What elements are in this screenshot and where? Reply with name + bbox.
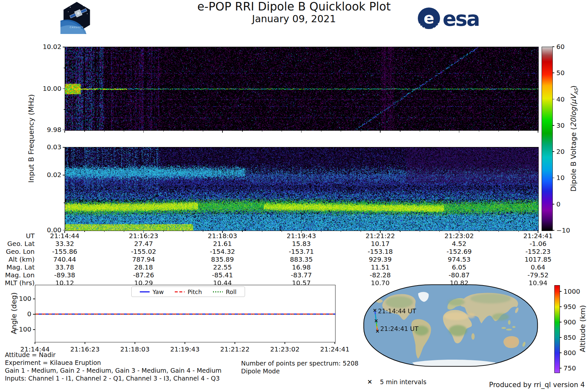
ephemeris-cell: -154.32 bbox=[195, 248, 250, 255]
yaw-label: Yaw bbox=[153, 288, 164, 295]
altitude-colorbar-label: Altitude (km) bbox=[579, 305, 587, 352]
y-tick bbox=[64, 109, 65, 110]
angle-x-tick bbox=[335, 342, 335, 344]
spectrogram-vlf-canvas bbox=[65, 147, 538, 231]
colorbar-tick-label: 30 bbox=[556, 122, 576, 129]
x-minor-tick bbox=[321, 231, 321, 232]
ephemeris-cell: 15.83 bbox=[274, 240, 329, 247]
x-minor-tick bbox=[439, 231, 440, 232]
cassiope-label: CASSIOPE bbox=[70, 26, 84, 29]
x-minor-tick bbox=[321, 131, 321, 132]
x-minor-tick bbox=[400, 231, 400, 232]
angle-legend: Yaw Pitch Roll bbox=[131, 286, 245, 297]
experiment-text: Experiment = Kilauea Eruption bbox=[5, 359, 101, 366]
x-major-tick bbox=[222, 131, 223, 133]
ephemeris-cell: 787.94 bbox=[116, 256, 172, 263]
yaw-line-sample-icon bbox=[140, 291, 150, 292]
ephemeris-cell: 10.29 bbox=[116, 279, 172, 286]
x-minor-tick bbox=[439, 131, 440, 132]
x-minor-tick bbox=[163, 231, 164, 232]
angle-x-tick bbox=[85, 342, 85, 344]
alt-colorbar-tick-label: 1000 bbox=[564, 288, 583, 295]
spectrogram-hf-canvas bbox=[65, 47, 538, 130]
x-minor-tick bbox=[498, 131, 499, 132]
angle-x-tick-label: 21:24:41 bbox=[309, 346, 361, 353]
x-minor-tick bbox=[163, 131, 164, 132]
ephemeris-cell: 33.78 bbox=[37, 264, 92, 271]
y-tick bbox=[63, 89, 65, 89]
x-minor-tick bbox=[104, 231, 105, 232]
ephemeris-cell: 21:19:43 bbox=[274, 232, 329, 239]
voltage-colorbar-label-close: ) bbox=[569, 86, 578, 89]
x-minor-tick bbox=[361, 131, 361, 132]
ephemeris-cell: 1017.85 bbox=[510, 256, 566, 263]
alt-colorbar-tick bbox=[560, 306, 562, 307]
ephemeris-cell: -1.06 bbox=[510, 240, 566, 247]
gains-text: Gain 1 - Medium, Gain 2 - Medium, Gain 3… bbox=[5, 367, 221, 374]
colorbar-tick-label: 40 bbox=[556, 96, 576, 103]
ephemeris-cell: -80.87 bbox=[432, 271, 487, 279]
x-minor-tick bbox=[361, 231, 361, 232]
ephemeris-cell: 10.57 bbox=[274, 279, 329, 286]
spectrogram-hf-panel bbox=[65, 47, 539, 131]
y-tick-label: 0.02 bbox=[35, 171, 61, 178]
colorbar-tick bbox=[552, 178, 554, 178]
ephemeris-cell: -153.71 bbox=[274, 248, 329, 255]
x-major-tick bbox=[538, 131, 538, 133]
x-minor-tick bbox=[203, 231, 203, 232]
ephemeris-cell: 10.12 bbox=[37, 279, 92, 286]
cassiope-mission-logo-icon: CASSIOPE bbox=[60, 1, 93, 34]
angle-x-tick-label: 21:18:03 bbox=[109, 346, 161, 353]
alt-colorbar-tick bbox=[560, 337, 562, 338]
x-minor-tick bbox=[479, 131, 479, 132]
esa-wordmark: esa bbox=[443, 7, 479, 31]
x-major-tick bbox=[143, 231, 144, 233]
y-tick bbox=[63, 230, 65, 231]
x-minor-tick bbox=[242, 131, 242, 132]
ephemeris-cell: 11.51 bbox=[352, 264, 408, 271]
ephemeris-row-label: Mag. Lat bbox=[0, 264, 35, 271]
x-minor-tick bbox=[341, 231, 341, 232]
colorbar-tick bbox=[552, 151, 554, 152]
ephemeris-cell: -82.28 bbox=[352, 271, 408, 279]
ephemeris-cell: 10.44 bbox=[195, 279, 250, 286]
x-minor-tick bbox=[262, 131, 262, 132]
angle-y-tick-label: −100 bbox=[10, 326, 31, 333]
ephemeris-cell: 974.53 bbox=[432, 256, 487, 263]
x-minor-tick bbox=[242, 231, 242, 232]
angle-y-tick bbox=[33, 299, 35, 299]
x-major-tick bbox=[538, 231, 538, 233]
ephemeris-row-label: UT bbox=[0, 232, 35, 239]
colorbar-tick-label: 10 bbox=[556, 174, 576, 181]
y-tick-label: 10.02 bbox=[35, 43, 61, 50]
x-major-tick bbox=[64, 131, 65, 133]
colorbar-tick bbox=[552, 99, 554, 100]
y-tick-label: 0.00 bbox=[35, 226, 61, 234]
legend-item-pitch: Pitch bbox=[175, 288, 202, 295]
angle-x-tick bbox=[35, 342, 35, 344]
x-minor-tick bbox=[203, 131, 203, 132]
ephemeris-cell: -155.86 bbox=[37, 248, 92, 255]
roll-line bbox=[35, 314, 335, 315]
ephemeris-cell: 929.39 bbox=[352, 256, 408, 263]
ephemeris-cell: -153.18 bbox=[352, 248, 408, 255]
dipole-mode-text: Dipole Mode bbox=[241, 368, 280, 375]
voltage-colorbar bbox=[542, 47, 553, 231]
x-major-tick bbox=[301, 131, 302, 133]
ephemeris-cell: -79.52 bbox=[510, 271, 566, 279]
y-tick-label: 10.00 bbox=[35, 85, 61, 92]
ephemeris-cell: 28.18 bbox=[116, 264, 172, 271]
angle-x-tick bbox=[135, 342, 135, 344]
x-minor-tick bbox=[262, 231, 262, 232]
colorbar-tick-label: 50 bbox=[556, 69, 576, 76]
angle-x-tick-label: 21:21:22 bbox=[209, 346, 261, 353]
x-minor-tick bbox=[84, 131, 85, 132]
legend-item-yaw: Yaw bbox=[140, 288, 164, 295]
alt-colorbar-tick-label: 800 bbox=[564, 349, 583, 356]
interval-marker-icon: × bbox=[367, 378, 372, 385]
legend-item-roll: Roll bbox=[213, 288, 237, 295]
x-minor-tick bbox=[183, 131, 183, 132]
x-major-tick bbox=[380, 131, 381, 133]
ephemeris-row-label: MLT (hrs) bbox=[0, 279, 35, 286]
colorbar-tick-label: 20 bbox=[556, 148, 576, 155]
